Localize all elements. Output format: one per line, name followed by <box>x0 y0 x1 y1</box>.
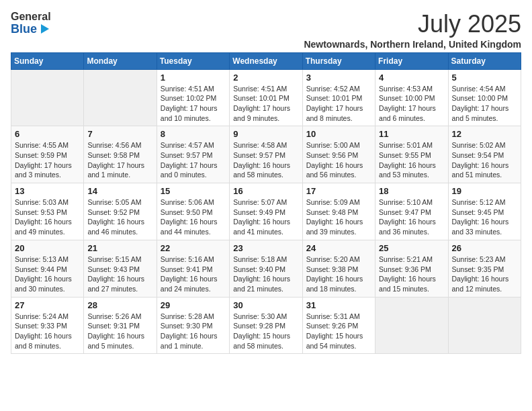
day-number: 24 <box>306 243 371 253</box>
month-year-title: July 2025 <box>304 11 521 38</box>
calendar-cell: 1Sunrise: 4:51 AMSunset: 10:02 PMDayligh… <box>157 69 229 126</box>
calendar-cell: 11Sunrise: 5:01 AMSunset: 9:55 PMDayligh… <box>375 126 448 183</box>
day-info: Sunrise: 5:13 AMSunset: 9:44 PMDaylight:… <box>15 255 80 294</box>
logo: General Blue <box>11 11 51 36</box>
title-section: July 2025 Newtownards, Northern Ireland,… <box>304 11 521 50</box>
weekday-header-row: SundayMondayTuesdayWednesdayThursdayFrid… <box>11 52 521 69</box>
calendar-week-row: 27Sunrise: 5:24 AMSunset: 9:33 PMDayligh… <box>11 297 521 354</box>
calendar-table: SundayMondayTuesdayWednesdayThursdayFrid… <box>11 52 521 355</box>
day-number: 13 <box>15 186 80 196</box>
day-number: 7 <box>87 129 152 139</box>
day-info: Sunrise: 5:00 AMSunset: 9:56 PMDaylight:… <box>306 140 371 180</box>
day-number: 3 <box>306 73 371 83</box>
calendar-cell: 28Sunrise: 5:26 AMSunset: 9:31 PMDayligh… <box>84 297 157 354</box>
day-number: 25 <box>379 243 444 253</box>
day-number: 5 <box>452 73 517 83</box>
calendar-cell: 17Sunrise: 5:09 AMSunset: 9:48 PMDayligh… <box>302 183 375 240</box>
day-info: Sunrise: 5:24 AMSunset: 9:33 PMDaylight:… <box>15 312 80 351</box>
day-info: Sunrise: 5:15 AMSunset: 9:43 PMDaylight:… <box>87 255 152 294</box>
calendar-cell: 13Sunrise: 5:03 AMSunset: 9:53 PMDayligh… <box>11 183 84 240</box>
calendar-cell: 24Sunrise: 5:20 AMSunset: 9:38 PMDayligh… <box>302 240 375 297</box>
day-number: 17 <box>306 186 371 196</box>
day-number: 30 <box>233 300 298 310</box>
calendar-cell: 26Sunrise: 5:23 AMSunset: 9:35 PMDayligh… <box>448 240 521 297</box>
calendar-cell: 14Sunrise: 5:05 AMSunset: 9:52 PMDayligh… <box>84 183 157 240</box>
calendar-cell: 4Sunrise: 4:53 AMSunset: 10:00 PMDayligh… <box>375 69 448 126</box>
day-info: Sunrise: 5:03 AMSunset: 9:53 PMDaylight:… <box>15 197 80 237</box>
weekday-header-sunday: Sunday <box>11 52 84 69</box>
day-info: Sunrise: 5:21 AMSunset: 9:36 PMDaylight:… <box>379 255 444 294</box>
calendar-week-row: 13Sunrise: 5:03 AMSunset: 9:53 PMDayligh… <box>11 183 521 240</box>
day-number: 27 <box>15 300 80 310</box>
day-info: Sunrise: 5:01 AMSunset: 9:55 PMDaylight:… <box>379 140 444 180</box>
calendar-cell: 12Sunrise: 5:02 AMSunset: 9:54 PMDayligh… <box>448 126 521 183</box>
calendar-cell: 5Sunrise: 4:54 AMSunset: 10:00 PMDayligh… <box>448 69 521 126</box>
day-number: 10 <box>306 129 371 139</box>
day-info: Sunrise: 4:51 AMSunset: 10:02 PMDaylight… <box>161 84 226 124</box>
day-number: 26 <box>452 243 517 253</box>
calendar-cell: 23Sunrise: 5:18 AMSunset: 9:40 PMDayligh… <box>230 240 302 297</box>
day-info: Sunrise: 5:09 AMSunset: 9:48 PMDaylight:… <box>306 197 371 237</box>
weekday-header-friday: Friday <box>375 52 448 69</box>
day-info: Sunrise: 4:56 AMSunset: 9:58 PMDaylight:… <box>87 140 152 180</box>
day-info: Sunrise: 4:55 AMSunset: 9:59 PMDaylight:… <box>15 140 80 180</box>
calendar-cell: 18Sunrise: 5:10 AMSunset: 9:47 PMDayligh… <box>375 183 448 240</box>
calendar-cell: 9Sunrise: 4:58 AMSunset: 9:57 PMDaylight… <box>230 126 302 183</box>
calendar-cell: 2Sunrise: 4:51 AMSunset: 10:01 PMDayligh… <box>230 69 302 126</box>
day-info: Sunrise: 5:02 AMSunset: 9:54 PMDaylight:… <box>452 140 517 180</box>
day-info: Sunrise: 5:28 AMSunset: 9:30 PMDaylight:… <box>161 312 226 351</box>
day-info: Sunrise: 5:31 AMSunset: 9:26 PMDaylight:… <box>306 312 371 351</box>
day-number: 4 <box>379 73 444 83</box>
weekday-header-saturday: Saturday <box>448 52 521 69</box>
day-info: Sunrise: 5:18 AMSunset: 9:40 PMDaylight:… <box>233 255 298 294</box>
calendar-cell: 31Sunrise: 5:31 AMSunset: 9:26 PMDayligh… <box>302 297 375 354</box>
day-number: 12 <box>452 129 517 139</box>
day-number: 22 <box>161 243 226 253</box>
day-number: 1 <box>161 73 226 83</box>
weekday-header-wednesday: Wednesday <box>230 52 302 69</box>
calendar-cell: 6Sunrise: 4:55 AMSunset: 9:59 PMDaylight… <box>11 126 84 183</box>
day-info: Sunrise: 5:20 AMSunset: 9:38 PMDaylight:… <box>306 255 371 294</box>
day-number: 16 <box>233 186 298 196</box>
calendar-week-row: 1Sunrise: 4:51 AMSunset: 10:02 PMDayligh… <box>11 69 521 126</box>
day-info: Sunrise: 5:10 AMSunset: 9:47 PMDaylight:… <box>379 197 444 237</box>
calendar-cell <box>375 297 448 354</box>
day-info: Sunrise: 5:06 AMSunset: 9:50 PMDaylight:… <box>161 197 226 237</box>
day-info: Sunrise: 5:12 AMSunset: 9:45 PMDaylight:… <box>452 197 517 237</box>
day-info: Sunrise: 5:30 AMSunset: 9:28 PMDaylight:… <box>233 312 298 351</box>
calendar-cell: 3Sunrise: 4:52 AMSunset: 10:01 PMDayligh… <box>302 69 375 126</box>
page-header: General Blue July 2025 Newtownards, Nort… <box>11 11 521 50</box>
calendar-cell: 10Sunrise: 5:00 AMSunset: 9:56 PMDayligh… <box>302 126 375 183</box>
calendar-cell: 30Sunrise: 5:30 AMSunset: 9:28 PMDayligh… <box>230 297 302 354</box>
calendar-cell: 22Sunrise: 5:16 AMSunset: 9:41 PMDayligh… <box>157 240 229 297</box>
calendar-cell: 21Sunrise: 5:15 AMSunset: 9:43 PMDayligh… <box>84 240 157 297</box>
svg-marker-0 <box>41 24 49 34</box>
calendar-cell <box>448 297 521 354</box>
day-info: Sunrise: 4:53 AMSunset: 10:00 PMDaylight… <box>379 84 444 124</box>
weekday-header-monday: Monday <box>84 52 157 69</box>
day-info: Sunrise: 5:16 AMSunset: 9:41 PMDaylight:… <box>161 255 226 294</box>
location-subtitle: Newtownards, Northern Ireland, United Ki… <box>304 39 521 50</box>
day-number: 19 <box>452 186 517 196</box>
logo-general-text: General <box>11 11 51 23</box>
day-number: 14 <box>87 186 152 196</box>
calendar-cell: 29Sunrise: 5:28 AMSunset: 9:30 PMDayligh… <box>157 297 229 354</box>
day-info: Sunrise: 4:52 AMSunset: 10:01 PMDaylight… <box>306 84 371 124</box>
day-info: Sunrise: 5:07 AMSunset: 9:49 PMDaylight:… <box>233 197 298 237</box>
day-info: Sunrise: 5:05 AMSunset: 9:52 PMDaylight:… <box>87 197 152 237</box>
day-number: 2 <box>233 73 298 83</box>
day-number: 9 <box>233 129 298 139</box>
day-info: Sunrise: 5:23 AMSunset: 9:35 PMDaylight:… <box>452 255 517 294</box>
day-info: Sunrise: 4:51 AMSunset: 10:01 PMDaylight… <box>233 84 298 124</box>
calendar-cell <box>11 69 84 126</box>
day-number: 23 <box>233 243 298 253</box>
day-info: Sunrise: 4:58 AMSunset: 9:57 PMDaylight:… <box>233 140 298 180</box>
calendar-cell: 8Sunrise: 4:57 AMSunset: 9:57 PMDaylight… <box>157 126 229 183</box>
logo-blue-text: Blue <box>11 23 37 36</box>
weekday-header-thursday: Thursday <box>302 52 375 69</box>
calendar-cell: 16Sunrise: 5:07 AMSunset: 9:49 PMDayligh… <box>230 183 302 240</box>
day-number: 15 <box>161 186 226 196</box>
calendar-cell: 7Sunrise: 4:56 AMSunset: 9:58 PMDaylight… <box>84 126 157 183</box>
day-number: 8 <box>161 129 226 139</box>
day-number: 6 <box>15 129 80 139</box>
